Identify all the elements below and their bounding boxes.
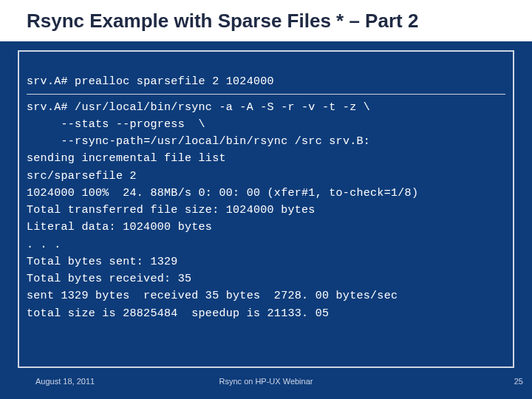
out-total-transferred: Total transferred file size: 1024000 byt… [27, 204, 316, 216]
footer-page: 25 [514, 377, 523, 386]
out-ellipsis: . . . [27, 239, 61, 251]
out-summary2: total size is 28825484 speedup is 21133.… [27, 307, 329, 320]
cmd2-line2: --stats --progress \ [27, 118, 205, 131]
title-bar: Rsync Example with Sparse Files * – Part… [0, 0, 532, 41]
out-progress: 1024000 100% 24. 88MB/s 0: 00: 00 (xfer#… [27, 187, 418, 200]
cmd1-rest: prealloc sparsefile 2 1024000 [68, 75, 274, 88]
out-bytes-sent: Total bytes sent: 1329 [27, 256, 178, 268]
out-summary1: sent 1329 bytes received 35 bytes 2728. … [27, 290, 398, 302]
divider [27, 94, 505, 95]
slide-title: Rsync Example with Sparse Files * – Part… [27, 10, 418, 33]
terminal-output: srv.A# prealloc sparsefile 2 1024000 srv… [18, 50, 514, 368]
cmd1-prompt: srv.A# [27, 75, 68, 88]
cmd2-line1: srv.A# /usr/local/bin/rsync -a -A -S -r … [27, 101, 370, 114]
out-literal: Literal data: 1024000 bytes [27, 221, 212, 233]
out-bytes-recv: Total bytes received: 35 [27, 273, 191, 285]
out-file: src/sparsefile 2 [27, 170, 137, 183]
footer-title: Rsync on HP-UX Webinar [0, 377, 532, 386]
cmd2-line3: --rsync-path=/usr/local/bin/rsync /src s… [27, 135, 370, 148]
slide: Rsync Example with Sparse Files * – Part… [0, 0, 532, 399]
out-sending: sending incremental file list [27, 152, 226, 165]
